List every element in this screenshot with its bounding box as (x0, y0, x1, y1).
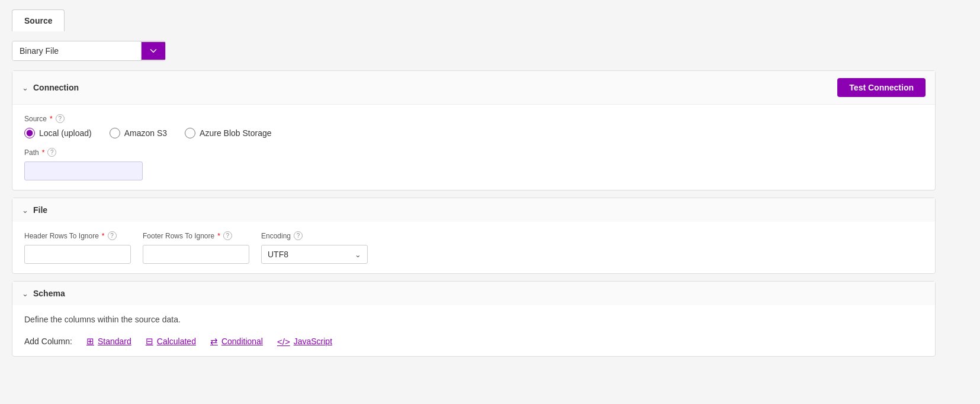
add-calculated-column-link[interactable]: ⊟ Calculated (146, 336, 196, 347)
dropdown-chevron-button[interactable] (142, 42, 165, 60)
source-radio-group: Local (upload) Amazon S3 Azure Blob Stor… (24, 128, 923, 138)
connection-section-header: ⌄ Connection Test Connection (12, 71, 935, 105)
connection-section-title: Connection (33, 83, 79, 92)
header-rows-help-icon[interactable]: ? (108, 231, 117, 240)
chevron-down-icon (150, 47, 157, 55)
source-tab[interactable]: Source (12, 9, 65, 31)
footer-rows-group: Footer Rows To Ignore * ? 0 (143, 231, 249, 264)
conditional-icon: ⇄ (210, 336, 218, 347)
file-section: ⌄ File Header Rows To Ignore * ? 1 Foote… (12, 198, 936, 274)
add-javascript-column-link[interactable]: </> JavaScript (277, 337, 332, 347)
path-input[interactable]: @filepath (24, 161, 143, 180)
connection-section: ⌄ Connection Test Connection Source * ? … (12, 70, 936, 190)
source-tab-label: Source (24, 16, 52, 25)
footer-rows-label-text: Footer Rows To Ignore (143, 232, 214, 240)
javascript-icon: </> (277, 337, 290, 347)
path-required-star: * (42, 148, 45, 157)
header-rows-label-text: Header Rows To Ignore (24, 232, 99, 240)
header-rows-group: Header Rows To Ignore * ? 1 (24, 231, 131, 264)
radio-amazon-s3[interactable]: Amazon S3 (110, 128, 167, 138)
encoding-label-text: Encoding (261, 232, 291, 240)
add-conditional-column-link[interactable]: ⇄ Conditional (210, 336, 263, 347)
radio-azure-label: Azure Blob Storage (200, 128, 271, 138)
header-rows-star: * (102, 232, 105, 240)
encoding-select[interactable]: UTF8 ⌄ (261, 245, 368, 264)
encoding-chevron-icon: ⌄ (349, 246, 367, 263)
radio-local-label: Local (upload) (39, 128, 92, 138)
binary-file-dropdown[interactable]: Binary File (12, 41, 166, 61)
dropdown-selected-value: Binary File (12, 41, 142, 60)
source-field-label: Source * ? (24, 114, 923, 123)
radio-s3-input[interactable] (110, 128, 120, 138)
add-column-row: Add Column: ⊞ Standard ⊟ Calculated ⇄ Co… (12, 329, 935, 356)
standard-icon: ⊞ (86, 336, 94, 347)
conditional-link-label: Conditional (221, 337, 263, 346)
header-rows-label: Header Rows To Ignore * ? (24, 231, 131, 240)
radio-local-input[interactable] (24, 128, 35, 138)
connection-chevron-icon: ⌄ (22, 83, 28, 92)
schema-section-title: Schema (33, 289, 65, 298)
schema-description: Define the columns within the source dat… (12, 305, 935, 329)
schema-section: ⌄ Schema Define the columns within the s… (12, 281, 936, 357)
path-field-label: Path * ? (24, 148, 923, 157)
file-section-header: ⌄ File (12, 198, 935, 222)
footer-rows-star: * (217, 232, 220, 240)
add-standard-column-link[interactable]: ⊞ Standard (86, 336, 131, 347)
schema-section-header: ⌄ Schema (12, 282, 935, 305)
path-help-icon[interactable]: ? (47, 148, 56, 157)
javascript-link-label: JavaScript (294, 337, 332, 346)
calculated-icon: ⊟ (146, 336, 153, 347)
source-help-icon[interactable]: ? (56, 114, 65, 123)
file-section-title: File (33, 205, 47, 215)
test-connection-button[interactable]: Test Connection (837, 78, 926, 97)
footer-rows-input[interactable]: 0 (143, 245, 249, 264)
radio-azure[interactable]: Azure Blob Storage (185, 128, 271, 138)
file-chevron-icon: ⌄ (22, 206, 28, 215)
source-required-star: * (50, 115, 53, 123)
radio-s3-label: Amazon S3 (124, 128, 167, 138)
footer-rows-label: Footer Rows To Ignore * ? (143, 231, 249, 240)
path-label-text: Path (24, 148, 39, 157)
encoding-help-icon[interactable]: ? (294, 231, 303, 240)
encoding-value: UTF8 (262, 245, 349, 263)
source-label-text: Source (24, 115, 47, 123)
connection-content: Source * ? Local (upload) Amazon S3 Azur… (12, 105, 935, 190)
radio-local[interactable]: Local (upload) (24, 128, 92, 138)
encoding-label: Encoding ? (261, 231, 368, 240)
encoding-group: Encoding ? UTF8 ⌄ (261, 231, 368, 264)
add-column-label: Add Column: (24, 337, 72, 346)
calculated-link-label: Calculated (157, 337, 196, 346)
schema-chevron-icon: ⌄ (22, 289, 28, 298)
standard-link-label: Standard (98, 337, 131, 346)
header-rows-input[interactable]: 1 (24, 245, 131, 264)
footer-rows-help-icon[interactable]: ? (223, 231, 232, 240)
file-fields-row: Header Rows To Ignore * ? 1 Footer Rows … (12, 222, 935, 273)
radio-azure-input[interactable] (185, 128, 195, 138)
binary-file-dropdown-row: Binary File (12, 41, 936, 61)
connection-header-right: Test Connection (837, 78, 926, 97)
